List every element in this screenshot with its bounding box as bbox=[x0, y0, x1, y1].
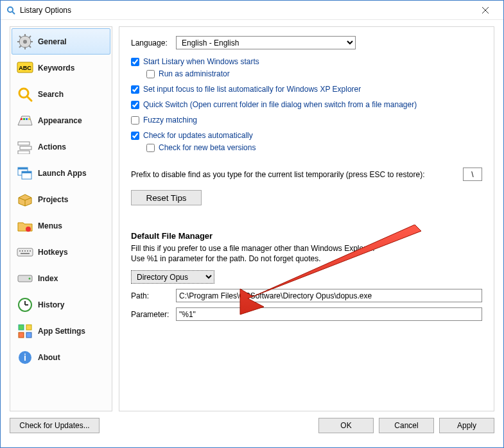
checkbox-fuzzy[interactable] bbox=[131, 116, 139, 125]
svg-point-38 bbox=[29, 277, 31, 279]
keyboard-icon bbox=[16, 243, 34, 261]
folder-icon bbox=[16, 217, 34, 235]
content-panel: Language: English - English Start Listar… bbox=[119, 26, 494, 411]
path-label: Path: bbox=[131, 291, 176, 300]
gear-icon bbox=[16, 33, 34, 51]
svg-text:i: i bbox=[24, 352, 26, 363]
sidebar-item-label: About bbox=[38, 353, 60, 362]
svg-rect-30 bbox=[17, 248, 33, 256]
checkbox-label: Run as administrator bbox=[159, 69, 230, 78]
svg-rect-18 bbox=[21, 118, 22, 120]
sidebar-item-label: Projects bbox=[38, 195, 68, 204]
footer: Check for Updates... OK Cancel Apply bbox=[1, 411, 503, 440]
checkbox-label: Start Listary when Windows starts bbox=[143, 57, 259, 66]
sidebar-item-menus[interactable]: Menus bbox=[12, 212, 110, 239]
box-icon bbox=[16, 191, 34, 209]
checkbox-input-focus[interactable] bbox=[131, 85, 139, 94]
apply-button[interactable]: Apply bbox=[439, 418, 494, 433]
svg-rect-24 bbox=[18, 151, 30, 154]
svg-line-12 bbox=[19, 46, 21, 47]
svg-rect-26 bbox=[18, 168, 28, 169]
cancel-button[interactable]: Cancel bbox=[379, 418, 434, 433]
svg-point-5 bbox=[23, 40, 27, 44]
svg-rect-19 bbox=[23, 118, 25, 120]
svg-rect-22 bbox=[18, 142, 30, 145]
file-manager-select[interactable]: Directory Opus bbox=[131, 270, 214, 284]
path-input[interactable] bbox=[176, 289, 482, 302]
sidebar-item-index[interactable]: Index bbox=[12, 265, 110, 291]
sidebar-item-label: App Settings bbox=[38, 327, 85, 336]
svg-rect-45 bbox=[26, 332, 31, 338]
sidebar-item-label: History bbox=[38, 300, 64, 309]
sidebar-item-label: Launch Apps bbox=[38, 169, 87, 178]
svg-rect-31 bbox=[19, 250, 21, 252]
windows-icon bbox=[16, 164, 34, 182]
palette-icon bbox=[16, 112, 34, 130]
titlebar: Listary Options bbox=[1, 1, 503, 20]
checkbox-label: Quick Switch (Open current folder in fil… bbox=[143, 100, 417, 109]
sidebar-item-label: Appearance bbox=[38, 116, 82, 125]
checkbox-run-admin[interactable] bbox=[146, 70, 155, 78]
default-file-manager-title: Default File Manager bbox=[131, 231, 482, 241]
sidebar: General ABC Keywords Search Appearance A… bbox=[10, 26, 112, 411]
sidebar-item-label: Index bbox=[38, 274, 58, 283]
svg-rect-28 bbox=[22, 171, 31, 173]
close-button[interactable] bbox=[473, 1, 498, 19]
svg-rect-33 bbox=[24, 250, 26, 252]
sidebar-item-label: Keywords bbox=[38, 64, 74, 73]
sidebar-item-label: Search bbox=[38, 90, 64, 99]
language-label: Language: bbox=[131, 39, 176, 47]
svg-rect-23 bbox=[20, 146, 31, 150]
reset-tips-button[interactable]: Reset Tips bbox=[131, 190, 202, 205]
svg-point-0 bbox=[8, 7, 13, 12]
svg-line-13 bbox=[29, 36, 31, 38]
svg-rect-34 bbox=[27, 250, 28, 252]
fm-description-2: Use %1 in parameter for the path. Do not… bbox=[131, 254, 482, 264]
svg-line-17 bbox=[27, 96, 31, 101]
sidebar-item-about[interactable]: i About bbox=[12, 344, 110, 370]
checkbox-beta[interactable] bbox=[146, 144, 155, 152]
checkbox-label: Set input focus to file list automatical… bbox=[143, 85, 361, 94]
app-icon bbox=[6, 5, 16, 15]
checkbox-start-windows[interactable] bbox=[131, 58, 139, 66]
prefix-input[interactable] bbox=[463, 168, 482, 181]
sidebar-item-keywords[interactable]: ABC Keywords bbox=[12, 55, 110, 81]
window-title: Listary Options bbox=[20, 6, 473, 15]
info-icon: i bbox=[16, 349, 34, 366]
sidebar-item-search[interactable]: Search bbox=[12, 81, 110, 107]
svg-rect-44 bbox=[19, 332, 24, 338]
svg-text:ABC: ABC bbox=[19, 65, 31, 71]
svg-point-29 bbox=[26, 227, 31, 232]
sidebar-item-appearance[interactable]: Appearance bbox=[12, 107, 110, 134]
clock-icon bbox=[16, 296, 34, 314]
sidebar-item-app-settings[interactable]: App Settings bbox=[12, 318, 110, 344]
sidebar-item-label: Menus bbox=[38, 221, 62, 230]
check-updates-button[interactable]: Check for Updates... bbox=[10, 418, 100, 433]
search-icon bbox=[16, 85, 34, 103]
fm-description-1: Fill this if you prefer to use a file ma… bbox=[131, 243, 482, 254]
sidebar-item-actions[interactable]: Actions bbox=[12, 134, 110, 160]
svg-rect-43 bbox=[26, 325, 31, 330]
ok-button[interactable]: OK bbox=[318, 418, 374, 433]
actions-icon bbox=[16, 138, 34, 156]
svg-line-1 bbox=[12, 12, 15, 14]
svg-line-10 bbox=[19, 36, 21, 38]
sidebar-item-launch-apps[interactable]: Launch Apps bbox=[12, 160, 110, 186]
parameter-input[interactable] bbox=[176, 307, 482, 321]
sidebar-item-label: Hotkeys bbox=[38, 248, 68, 257]
svg-rect-20 bbox=[26, 118, 28, 120]
language-select[interactable]: English - English bbox=[176, 36, 356, 49]
close-icon bbox=[482, 7, 489, 13]
svg-rect-21 bbox=[28, 118, 30, 120]
checkbox-quick-switch[interactable] bbox=[131, 101, 139, 109]
drive-icon bbox=[16, 270, 34, 288]
sidebar-item-hotkeys[interactable]: Hotkeys bbox=[12, 239, 110, 265]
prefix-label: Prefix to disable find as you type for t… bbox=[131, 170, 463, 179]
parameter-label: Parameter: bbox=[131, 310, 176, 319]
sidebar-item-projects[interactable]: Projects bbox=[12, 186, 110, 212]
sidebar-item-general[interactable]: General bbox=[12, 28, 110, 55]
sidebar-item-history[interactable]: History bbox=[12, 291, 110, 318]
svg-rect-36 bbox=[21, 253, 30, 254]
checkbox-updates[interactable] bbox=[131, 132, 139, 140]
svg-line-11 bbox=[29, 46, 31, 47]
